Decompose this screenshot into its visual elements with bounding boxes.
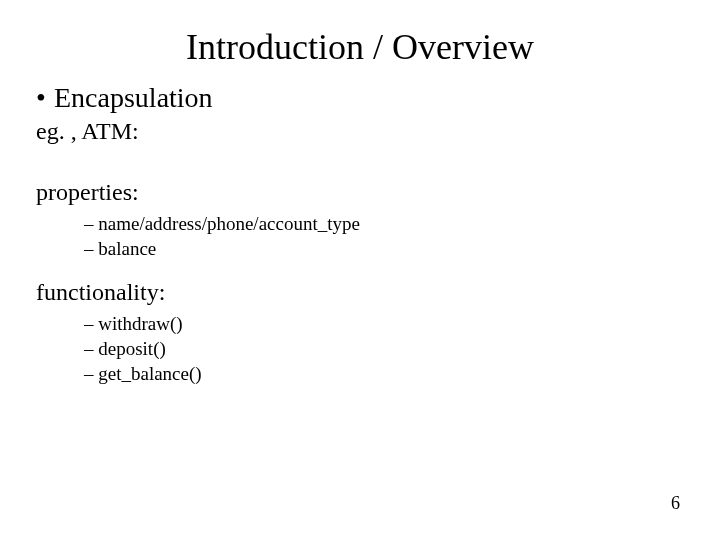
functionality-heading: functionality: [36,279,684,306]
list-item-label: deposit() [98,338,166,359]
dash-icon: – [84,313,94,334]
list-item: – balance [84,237,684,262]
list-item: – withdraw() [84,312,684,337]
slide: Introduction / Overview •Encapsulation e… [0,0,720,540]
bullet-text: Encapsulation [54,82,213,113]
dash-icon: – [84,238,94,259]
page-title: Introduction / Overview [36,26,684,68]
list-item: – get_balance() [84,362,684,387]
properties-list: – name/address/phone/account_type – bala… [84,212,684,261]
dash-icon: – [84,213,94,234]
bullet-encapsulation: •Encapsulation [36,82,684,114]
dash-icon: – [84,338,94,359]
dash-icon: – [84,363,94,384]
list-item-label: balance [98,238,156,259]
example-line: eg. , ATM: [36,118,684,145]
bullet-marker: • [36,82,54,114]
list-item-label: name/address/phone/account_type [98,213,360,234]
properties-heading: properties: [36,179,684,206]
list-item-label: get_balance() [98,363,201,384]
list-item: – name/address/phone/account_type [84,212,684,237]
list-item-label: withdraw() [98,313,182,334]
functionality-list: – withdraw() – deposit() – get_balance() [84,312,684,386]
page-number: 6 [671,493,680,514]
list-item: – deposit() [84,337,684,362]
